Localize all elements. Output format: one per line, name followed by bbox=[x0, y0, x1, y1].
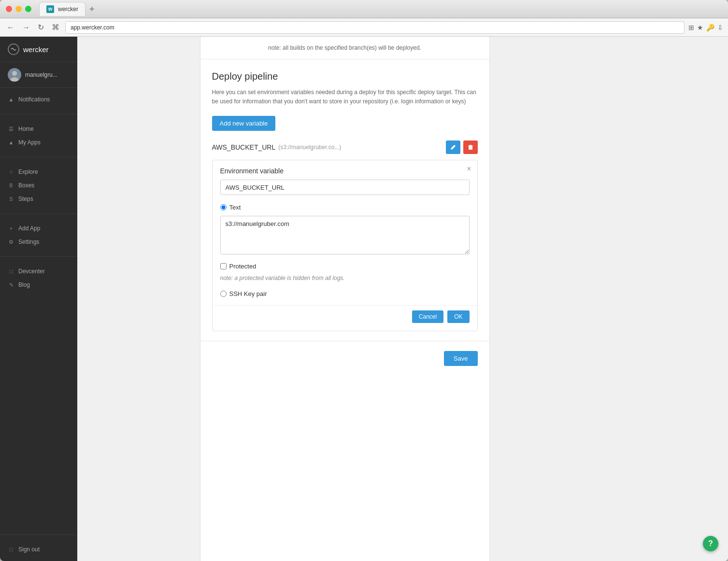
deploy-pipeline-title: Deploy pipeline bbox=[212, 71, 478, 82]
variable-name: AWS_BUCKET_URL bbox=[212, 143, 276, 151]
sidebar-item-devcenter[interactable]: □ Devcenter bbox=[0, 265, 77, 278]
notifications-label: Notifications bbox=[18, 96, 50, 103]
my-apps-label: My Apps bbox=[18, 139, 41, 146]
variable-hint: (s3://manuelgruber.co...) bbox=[278, 144, 341, 151]
text-radio-group: Text bbox=[213, 201, 477, 216]
sidebar-item-settings[interactable]: ⚙ Settings bbox=[0, 235, 77, 249]
home-icon: ☰ bbox=[8, 126, 14, 132]
note-text: note: all builds on the specified branch… bbox=[268, 44, 421, 51]
download-icon: ⇩ bbox=[717, 24, 723, 31]
reload-button[interactable]: ↻ bbox=[36, 21, 46, 34]
sidebar-user[interactable]: manuelgru... bbox=[0, 62, 77, 88]
sidebar-item-addapp[interactable]: + Add App bbox=[0, 222, 77, 235]
steps-label: Steps bbox=[18, 196, 33, 202]
back-button[interactable]: ← bbox=[5, 21, 16, 34]
note-section: note: all builds on the specified branch… bbox=[200, 37, 489, 59]
apps-icon: ▲ bbox=[8, 140, 14, 145]
minimize-button[interactable] bbox=[15, 6, 22, 12]
sidebar-resources-section: □ Devcenter ✎ Blog bbox=[0, 260, 77, 296]
variable-name-input[interactable] bbox=[220, 180, 470, 195]
plus-icon: + bbox=[8, 225, 14, 231]
variable-delete-button[interactable] bbox=[463, 140, 478, 154]
variable-value-textarea[interactable]: s3://manuelgruber.com bbox=[220, 216, 470, 254]
signout-icon: □ bbox=[8, 547, 14, 552]
browser-buttons bbox=[6, 6, 31, 12]
svg-point-2 bbox=[12, 71, 17, 76]
add-variable-button[interactable]: Add new variable bbox=[212, 116, 276, 131]
maximize-button[interactable] bbox=[25, 6, 31, 12]
variable-row: AWS_BUCKET_URL (s3://manuelgruber.co...) bbox=[212, 140, 478, 160]
save-section: Save bbox=[200, 341, 489, 376]
close-button[interactable] bbox=[6, 6, 12, 12]
home-label: Home bbox=[18, 126, 34, 132]
browser-content: wercker manuelgru... ▲ Notifications bbox=[0, 37, 728, 561]
bell-icon: ▲ bbox=[8, 97, 14, 102]
sidebar-logo: wercker bbox=[0, 37, 77, 62]
text-radio[interactable] bbox=[220, 204, 227, 210]
sidebar-item-home[interactable]: ☰ Home bbox=[0, 122, 77, 136]
browser-tab[interactable]: W wercker bbox=[39, 2, 86, 16]
content-wrapper: note: all builds on the specified branch… bbox=[77, 37, 612, 561]
variable-actions bbox=[446, 140, 478, 154]
address-text: app.wercker.com bbox=[71, 24, 114, 31]
sidebar-item-blog[interactable]: ✎ Blog bbox=[0, 278, 77, 292]
sidebar-item-notifications[interactable]: ▲ Notifications bbox=[0, 93, 77, 106]
tab-favicon: W bbox=[46, 5, 54, 13]
textarea-field: s3://manuelgruber.com bbox=[213, 216, 477, 262]
home-button[interactable]: ⌘ bbox=[50, 21, 61, 34]
save-button[interactable]: Save bbox=[444, 351, 478, 366]
sidebar-addapp-section: + Add App ⚙ Settings bbox=[0, 217, 77, 253]
grid-icon: ⊞ bbox=[688, 24, 694, 31]
protected-checkbox-group: Protected bbox=[213, 262, 477, 274]
ssh-radio[interactable] bbox=[220, 291, 227, 297]
new-tab-button[interactable]: + bbox=[89, 5, 95, 14]
variable-edit-button[interactable] bbox=[446, 140, 460, 154]
right-panel bbox=[612, 37, 728, 561]
help-button[interactable]: ? bbox=[703, 536, 718, 551]
key-icon: 🔑 bbox=[706, 24, 714, 31]
sidebar-main-section: ☰ Home ▲ My Apps bbox=[0, 117, 77, 154]
sidebar: wercker manuelgru... ▲ Notifications bbox=[0, 37, 77, 561]
toolbar-icons: ⊞ ★ 🔑 ⇩ bbox=[688, 24, 723, 31]
text-radio-label: Text bbox=[229, 204, 241, 211]
form-actions: Cancel OK bbox=[213, 305, 477, 331]
ssh-radio-label: SSH Key pair bbox=[229, 290, 267, 297]
bookmark-icon: ★ bbox=[697, 24, 703, 31]
devcenter-icon: □ bbox=[8, 268, 14, 274]
wercker-logo-icon bbox=[8, 43, 19, 55]
cancel-button[interactable]: Cancel bbox=[412, 310, 443, 323]
steps-icon: S bbox=[8, 196, 14, 202]
form-close-button[interactable]: × bbox=[467, 165, 471, 173]
tab-title: wercker bbox=[58, 6, 78, 13]
browser-titlebar: W wercker + bbox=[0, 0, 728, 18]
env-var-form: × Environment variable Text s3://manuelg… bbox=[212, 160, 478, 331]
variable-name-field bbox=[213, 180, 477, 201]
form-header: Environment variable bbox=[213, 160, 477, 180]
blog-icon: ✎ bbox=[8, 282, 14, 288]
sidebar-item-explore[interactable]: ○ Explore bbox=[0, 165, 77, 179]
content-panel: note: all builds on the specified branch… bbox=[200, 37, 490, 561]
deploy-pipeline-section: Deploy pipeline Here you can set environ… bbox=[200, 59, 489, 331]
sidebar-item-steps[interactable]: S Steps bbox=[0, 192, 77, 206]
sign-out-label: Sign out bbox=[18, 546, 40, 553]
logo-text: wercker bbox=[23, 45, 49, 54]
svg-rect-4 bbox=[468, 146, 473, 146]
protected-note-text: note: a protected variable is hidden fro… bbox=[220, 275, 345, 281]
settings-label: Settings bbox=[18, 238, 39, 245]
address-bar[interactable]: app.wercker.com bbox=[65, 21, 685, 34]
forward-button[interactable]: → bbox=[20, 21, 32, 34]
ok-button[interactable]: OK bbox=[447, 310, 469, 323]
boxes-label: Boxes bbox=[18, 182, 34, 189]
sidebar-item-myapps[interactable]: ▲ My Apps bbox=[0, 136, 77, 149]
sidebar-item-signout[interactable]: □ Sign out bbox=[0, 543, 77, 556]
explore-label: Explore bbox=[18, 168, 38, 175]
avatar bbox=[8, 68, 21, 82]
main-content: note: all builds on the specified branch… bbox=[77, 37, 728, 561]
protected-note: note: a protected variable is hidden fro… bbox=[213, 274, 477, 288]
protected-label: Protected bbox=[229, 263, 257, 270]
settings-icon: ⚙ bbox=[8, 239, 14, 245]
explore-icon: ○ bbox=[8, 169, 14, 175]
sidebar-item-boxes[interactable]: B Boxes bbox=[0, 179, 77, 192]
boxes-icon: B bbox=[8, 182, 14, 188]
protected-checkbox[interactable] bbox=[220, 263, 227, 269]
